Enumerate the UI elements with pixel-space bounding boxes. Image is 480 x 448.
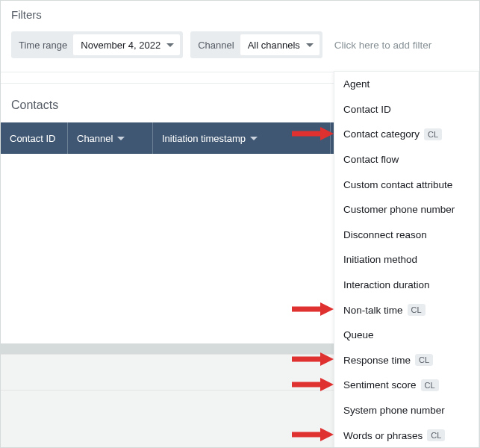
channel-text: All channels [248, 40, 300, 51]
filter-option-label: Queue [343, 329, 374, 340]
filter-option[interactable]: Response timeCL [334, 348, 479, 373]
filter-option-label: Sentiment score [343, 379, 417, 391]
chevron-down-icon [166, 43, 174, 47]
filter-bar: Time range November 4, 2022 Channel All … [11, 31, 469, 58]
filter-option[interactable]: Custom contact attribute [334, 172, 479, 197]
filter-option[interactable]: Initiation method [334, 247, 479, 273]
filter-option[interactable]: System phone number [334, 398, 479, 423]
add-filter-dropdown: AgentContact IDContact categoryCLContact… [334, 71, 479, 448]
filter-option-label: Initiation method [343, 254, 417, 265]
filters-panel: Filters Time range November 4, 2022 Chan… [1, 1, 479, 72]
column-contact-id[interactable]: Contact ID [1, 122, 68, 154]
filter-option[interactable]: Interaction duration [334, 273, 479, 298]
filter-option[interactable]: Disconnect reason [334, 223, 479, 248]
filter-option-label: Interaction duration [343, 279, 430, 290]
filter-option[interactable]: Contact ID [334, 97, 479, 122]
filters-title: Filters [11, 8, 469, 21]
filter-option-label: Contact category [343, 128, 420, 140]
cl-badge: CL [424, 128, 442, 140]
chevron-down-icon [250, 137, 258, 140]
filter-option[interactable]: Contact flow [334, 147, 479, 172]
channel-filter[interactable]: Channel All channels [190, 31, 322, 58]
filter-option-label: Custom contact attribute [343, 179, 452, 190]
time-range-filter[interactable]: Time range November 4, 2022 [11, 31, 183, 58]
column-label: Contact ID [10, 133, 55, 144]
filter-option-label: Customer phone number [343, 204, 455, 215]
time-range-value[interactable]: November 4, 2022 [73, 34, 180, 55]
filter-option-label: Non-talk time [343, 305, 403, 316]
column-label: Channel [77, 133, 113, 144]
filter-option-label: Contact flow [343, 154, 399, 165]
column-label: Initiation timestamp [162, 133, 246, 144]
filter-option[interactable]: Non-talk timeCL [334, 297, 479, 323]
chevron-down-icon [306, 43, 314, 47]
filter-option[interactable]: Queue [334, 323, 479, 348]
time-range-text: November 4, 2022 [81, 40, 160, 51]
add-filter-trigger[interactable]: Click here to add filter [334, 40, 432, 51]
channel-label: Channel [198, 40, 234, 51]
time-range-label: Time range [19, 40, 67, 51]
filter-option[interactable]: Sentiment scoreCL [334, 373, 479, 398]
cl-badge: CL [408, 304, 426, 316]
filter-option[interactable]: Contact categoryCL [334, 122, 479, 147]
filter-option[interactable]: Agent [334, 72, 479, 97]
filter-option-label: Disconnect reason [343, 229, 427, 240]
column-initiation-timestamp[interactable]: Initiation timestamp [153, 122, 331, 154]
cl-badge: CL [427, 429, 445, 441]
filter-option-label: System phone number [343, 405, 445, 416]
filter-option-label: Words or phrases [343, 430, 423, 441]
cl-badge: CL [421, 379, 439, 391]
filter-option-label: Contact ID [343, 104, 391, 115]
cl-badge: CL [415, 354, 433, 366]
chevron-down-icon [117, 137, 125, 140]
column-channel[interactable]: Channel [68, 122, 153, 154]
filter-option[interactable]: Customer phone number [334, 197, 479, 223]
filter-option[interactable]: Words or phrasesCL [334, 423, 479, 448]
channel-value[interactable]: All channels [240, 34, 320, 55]
filter-option-label: Response time [343, 355, 411, 366]
filter-option-label: Agent [343, 78, 370, 90]
app-frame: Filters Time range November 4, 2022 Chan… [0, 0, 480, 448]
